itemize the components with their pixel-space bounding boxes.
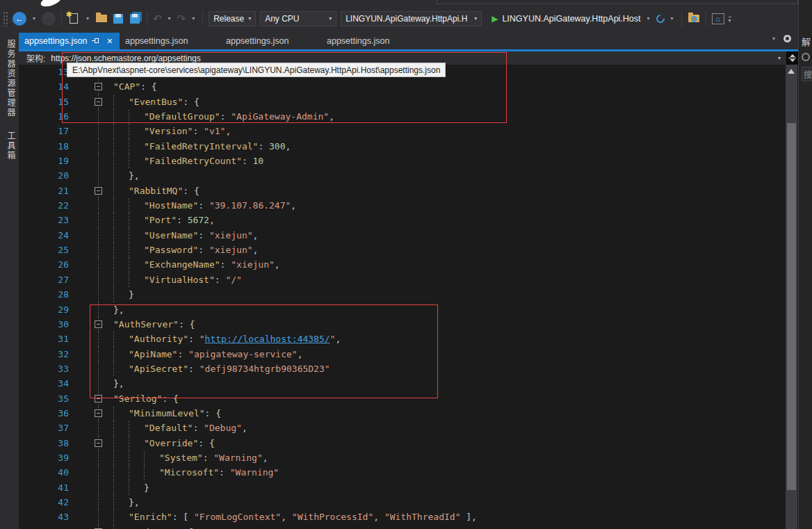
vertical-scrollbar[interactable] bbox=[786, 65, 797, 529]
schema-url-combobox[interactable]: https://json.schemastore.org/appsettings bbox=[51, 54, 200, 63]
undo-button[interactable]: ↶ bbox=[153, 13, 162, 25]
code-line[interactable]: 37"Default": "Debug", bbox=[19, 421, 786, 435]
code-line[interactable]: 31"Authority": "http://localhost:44385/"… bbox=[19, 332, 786, 346]
code-line[interactable]: 29}, bbox=[19, 302, 786, 317]
code-line[interactable]: 20}, bbox=[19, 168, 786, 183]
scroll-up-icon[interactable] bbox=[788, 69, 795, 74]
save-button[interactable] bbox=[112, 13, 124, 25]
code-line[interactable]: 22"HostName": "39.107.86.247", bbox=[19, 198, 786, 213]
code-line[interactable]: 18"FailedRetryInterval": 300, bbox=[19, 139, 786, 154]
platform-combobox[interactable]: Any CPU ▾ bbox=[260, 11, 336, 26]
tab-appsettings-4[interactable]: appsettings.json bbox=[321, 33, 422, 49]
refresh-icon[interactable] bbox=[654, 13, 666, 24]
code-line[interactable]: 42}, bbox=[19, 495, 786, 510]
code-editor[interactable]: 1314−"CAP": {15−"EventBus": {16"DefaultG… bbox=[19, 65, 786, 529]
startup-project-combobox[interactable]: LINGYUN.ApiGateway.HttpApi.H ▾ bbox=[341, 11, 482, 26]
open-file-button[interactable] bbox=[95, 13, 108, 25]
indent-guide bbox=[129, 139, 144, 154]
hyperlink[interactable]: http://localhost:44385/ bbox=[205, 334, 330, 344]
code-text: }, bbox=[113, 302, 124, 317]
tooltip-text: E:\AbpVnext\aspnet-core\services\apigate… bbox=[72, 65, 440, 75]
code-line[interactable]: 27"VirtualHost": "/" bbox=[19, 272, 786, 287]
new-item-button[interactable]: ✱ bbox=[67, 13, 80, 25]
toolbar-separator bbox=[61, 11, 62, 26]
toolbar-overflow-button[interactable]: ▾ bbox=[729, 17, 731, 24]
code-line[interactable]: 26"ExchangeName": "xiejun", bbox=[19, 257, 786, 272]
fold-marker-icon[interactable]: − bbox=[95, 83, 102, 90]
run-play-icon[interactable]: ▶ bbox=[492, 14, 498, 24]
fold-marker-icon[interactable]: − bbox=[95, 439, 102, 447]
code-line[interactable]: 41} bbox=[19, 480, 786, 495]
new-item-dropdown-icon[interactable]: ▾ bbox=[84, 15, 91, 22]
sparkle-icon: ✱ bbox=[66, 10, 72, 18]
schema-label: 架构: bbox=[26, 52, 45, 64]
code-line[interactable]: 35−"Serilog": { bbox=[19, 391, 786, 406]
code-line[interactable]: 14−"CAP": { bbox=[19, 79, 786, 94]
code-line[interactable]: 30−"AuthServer": { bbox=[19, 317, 786, 332]
pin-icon[interactable] bbox=[92, 38, 100, 44]
navigate-back-dropdown-icon[interactable]: ▾ bbox=[31, 15, 38, 22]
run-button-label[interactable]: LINGYUN.ApiGateway.HttpApi.Host bbox=[502, 14, 640, 24]
code-line[interactable]: 34}, bbox=[19, 376, 786, 391]
indent-guide bbox=[113, 480, 129, 495]
tab-appsettings-2[interactable]: appsettings.json bbox=[120, 33, 220, 49]
configuration-combobox[interactable]: Release ▾ bbox=[209, 11, 256, 26]
code-line[interactable]: 23"Port": 5672, bbox=[19, 213, 786, 227]
code-line[interactable]: 40"Microsoft": "Warning" bbox=[19, 465, 786, 480]
save-all-button[interactable] bbox=[129, 13, 141, 25]
line-number: 20 bbox=[19, 168, 69, 183]
sidebar-item-server-explorer[interactable]: 服务器资源管理器 bbox=[5, 40, 17, 117]
toolbar-drag-handle[interactable] bbox=[3, 11, 8, 26]
attach-to-process-button[interactable] bbox=[688, 13, 700, 25]
code-line[interactable]: 25"Password": "xiejun", bbox=[19, 243, 786, 257]
code-line[interactable]: 28} bbox=[19, 287, 786, 302]
browser-link-button[interactable]: ⌂ bbox=[712, 13, 724, 24]
indent-guide bbox=[113, 272, 129, 287]
split-editor-button[interactable] bbox=[786, 51, 798, 65]
navigate-forward-button[interactable]: → bbox=[42, 12, 56, 26]
code-line[interactable]: 43"Enrich": [ "FromLogContext", "WithPro… bbox=[19, 510, 786, 524]
sidebar-item-toolbox[interactable]: 工具箱 bbox=[5, 131, 17, 161]
code-line[interactable]: 21−"RabbitMQ": { bbox=[19, 184, 786, 198]
refresh-dropdown-icon[interactable]: ▾ bbox=[669, 15, 676, 22]
tab-appsettings-active[interactable]: appsettings.json ✕ bbox=[19, 33, 120, 49]
tab-appsettings-3[interactable]: appsettings.json bbox=[220, 33, 321, 49]
code-line[interactable]: 24"UserName": "xiejun", bbox=[19, 228, 786, 243]
fold-marker-icon[interactable]: − bbox=[95, 98, 102, 106]
redo-dropdown-icon[interactable]: ▾ bbox=[190, 15, 197, 22]
indent-guide bbox=[98, 495, 113, 510]
file-path-tooltip: E:\AbpVnext\aspnet-core\services\apigate… bbox=[67, 63, 446, 77]
code-line[interactable]: 33"ApiSecret": "defj98734htgrb90365D23" bbox=[19, 361, 786, 376]
code-line[interactable]: 38−"Override": { bbox=[19, 436, 786, 450]
code-line[interactable]: 19"FailedRetryCount": 10 bbox=[19, 154, 786, 168]
fold-marker-icon[interactable]: − bbox=[95, 187, 102, 195]
gear-icon[interactable] bbox=[783, 35, 791, 42]
chevron-down-icon[interactable]: ▾ bbox=[778, 55, 786, 61]
undo-dropdown-icon[interactable]: ▾ bbox=[166, 15, 173, 22]
code-line[interactable]: 39"System": "Warning", bbox=[19, 450, 786, 465]
run-dropdown-icon[interactable]: ▾ bbox=[645, 15, 652, 22]
code-line[interactable]: 44−"WriteTo": [ bbox=[19, 525, 786, 529]
search-input-edge[interactable]: 搜 bbox=[802, 67, 812, 81]
code-line[interactable]: 36−"MinimumLevel": { bbox=[19, 406, 786, 421]
code-text: "DefaultGroup": "ApiGateway-Admin", bbox=[144, 109, 334, 124]
indent-guide bbox=[113, 406, 129, 421]
code-line[interactable]: 17"Version": "v1", bbox=[19, 124, 786, 138]
redo-button[interactable]: ↷ bbox=[177, 13, 186, 25]
fold-marker-icon[interactable]: − bbox=[95, 320, 102, 328]
code-line[interactable]: 16"DefaultGroup": "ApiGateway-Admin", bbox=[19, 109, 786, 124]
navigate-back-button[interactable]: ← bbox=[13, 12, 26, 26]
line-number: 27 bbox=[19, 272, 69, 287]
scrollbar-thumb[interactable] bbox=[787, 123, 796, 490]
toolbar-separator bbox=[202, 11, 203, 26]
code-text: }, bbox=[129, 168, 140, 183]
close-icon[interactable]: ✕ bbox=[106, 37, 113, 46]
tab-list-dropdown-icon[interactable]: ▾ bbox=[770, 35, 777, 42]
indent-guide bbox=[129, 450, 144, 465]
code-line[interactable]: 15−"EventBus": { bbox=[19, 95, 786, 109]
fold-marker-icon[interactable]: − bbox=[95, 409, 102, 417]
indent-guide bbox=[129, 213, 144, 227]
fold-marker-icon[interactable]: − bbox=[95, 395, 102, 402]
window-header: ← ▾ → ✱ ▾ ↶ ▾ ↷ ▾ Release ▾ Any CPU ▾ bbox=[0, 0, 812, 51]
code-line[interactable]: 32"ApiName": "apigateway-service", bbox=[19, 347, 786, 361]
